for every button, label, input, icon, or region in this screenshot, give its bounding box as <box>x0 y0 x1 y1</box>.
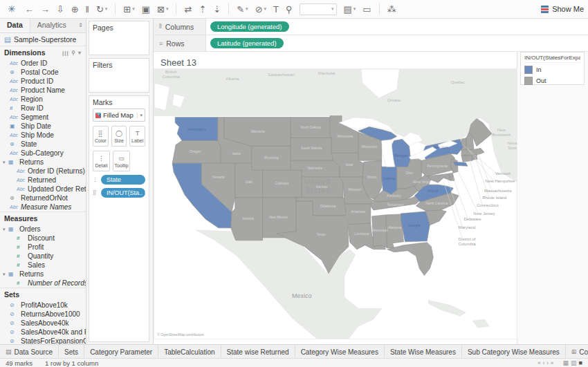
tab-label: Category Wise Measures <box>301 348 378 356</box>
mark-type-dropdown[interactable]: Filled Map ▾ <box>93 109 145 122</box>
clip-button[interactable]: ⊘▾ <box>255 3 266 15</box>
field-profit[interactable]: #Profit <box>0 243 86 252</box>
state-arkansas[interactable] <box>344 204 371 225</box>
view-icon[interactable]: ▦ <box>563 359 569 366</box>
field-sales[interactable]: #Sales <box>0 261 86 270</box>
sheet-tab-data-source[interactable]: ▤Data Source <box>0 345 59 359</box>
view-icon[interactable]: ▥ <box>571 359 577 366</box>
swap-axes-button[interactable]: ⇄ <box>184 3 192 15</box>
pin-button[interactable]: ⚲ <box>286 3 293 15</box>
field-postal-code[interactable]: ⊕Postal Code <box>0 68 86 77</box>
tab-analytics[interactable]: Analytics <box>30 19 73 32</box>
field-row-id[interactable]: #Row ID <box>0 104 86 113</box>
view-mode-icons[interactable]: ▦▥■ <box>561 359 582 366</box>
text-label-button[interactable]: T <box>273 3 279 15</box>
tableau-logo-icon[interactable]: ✳ <box>8 3 16 15</box>
field-salesabove40k-and-profit-[interactable]: ⊘SalesAbove40k and Profit... <box>0 328 86 337</box>
field-updated-order-returns[interactable]: AbcUpdated Order Returns <box>0 185 86 194</box>
state-connecticut[interactable] <box>461 155 472 162</box>
field-orders[interactable]: ▾▦Orders <box>0 225 86 234</box>
sheet-tab-state-wise-measures[interactable]: State Wise Measures <box>385 345 462 359</box>
size-button[interactable]: ◯Size <box>111 126 127 147</box>
field-number-of-records[interactable]: #Number of Records <box>0 279 86 288</box>
duplicate-sheet-button[interactable]: ▣ <box>142 3 150 15</box>
add-data-source-button[interactable]: ⊕ <box>71 3 79 15</box>
field-segment[interactable]: AbcSegment <box>0 113 86 122</box>
fit-dropdown[interactable]: ▾ <box>300 3 337 15</box>
new-worksheet-button[interactable]: ⊞▾ <box>123 3 134 15</box>
state-florida[interactable] <box>387 243 434 276</box>
legend-item-in[interactable]: In <box>524 66 580 74</box>
highlight-button[interactable]: ✎▾ <box>237 3 248 15</box>
redo-button[interactable]: → <box>41 3 50 15</box>
sort-descending-button[interactable]: ⇣ <box>213 3 221 15</box>
sheet-tab-state-wise-returned[interactable]: State wise Returned <box>221 345 295 359</box>
field-region[interactable]: AbcRegion <box>0 95 86 104</box>
field-sub-category[interactable]: AbcSub-Category <box>0 149 86 158</box>
pane-more-icon[interactable]: ⇕ <box>75 19 86 32</box>
color-legend[interactable]: IN/OUT(StatesForExpa... InOut <box>520 52 585 85</box>
expand-icon[interactable]: ▾ <box>3 272 8 277</box>
field-quantity[interactable]: #Quantity <box>0 252 86 261</box>
sort-ascending-button[interactable]: ⇡ <box>199 3 206 15</box>
pill-longitude[interactable]: Longitude (generated) <box>210 21 289 32</box>
sheet-tab-category-wise-measures[interactable]: Category Wise Measures <box>295 345 385 359</box>
field-state[interactable]: ⊕State <box>0 140 86 149</box>
label-button[interactable]: TLabel <box>129 126 145 147</box>
field-returnedornot[interactable]: ⊛ReturnedOrNot <box>0 194 86 203</box>
rows-shelf[interactable]: ≡Rows Latitude (generated) <box>154 35 588 52</box>
undo-button[interactable]: ← <box>25 3 34 15</box>
field-order-id-returns-[interactable]: AbcOrder ID (Returns) <box>0 167 86 176</box>
field-returns[interactable]: ▾▦Returns <box>0 158 86 167</box>
filters-shelf[interactable]: Filters <box>89 58 149 93</box>
field-ship-mode[interactable]: AbcShip Mode <box>0 131 86 140</box>
pause-updates-button[interactable]: ‖ <box>86 3 89 15</box>
columns-shelf[interactable]: ⫴Columns Longitude (generated) <box>154 19 588 35</box>
pane-header-icons[interactable]: ||| ⚲ ▾ <box>62 50 82 56</box>
presentation-mode-button[interactable]: ▭ <box>362 4 371 15</box>
field-measure-names[interactable]: AbcMeasure Names <box>0 203 86 211</box>
pages-shelf[interactable]: Pages <box>89 21 149 55</box>
sheet-tab-category-parameter[interactable]: Category Parameter <box>84 345 158 359</box>
field-product-id[interactable]: AbcProduct ID <box>0 77 86 86</box>
marks-pill[interactable]: State <box>101 175 145 185</box>
run-updates-button[interactable]: ↻▾ <box>96 3 107 15</box>
expand-icon[interactable]: ▾ <box>3 227 8 232</box>
field-returned[interactable]: AbcReturned <box>0 176 86 185</box>
detail-button[interactable]: ⋮Detail <box>93 151 110 171</box>
field-returns[interactable]: ▾▦Returns <box>0 270 86 279</box>
data-pane: Data Analytics ⇕ ▤ Sample-Superstore Dim… <box>0 19 86 344</box>
sheet-tab-sub-category-wise-measures[interactable]: Sub Category Wise Measures <box>462 345 566 359</box>
field-returnsabove1000[interactable]: ⊘ReturnsAbove1000 <box>0 310 86 319</box>
tooltip-button[interactable]: ▭Tooltip <box>113 151 130 171</box>
field-statesforexpansionconsi-[interactable]: ⊘StatesForExpansionConsi... <box>0 337 86 344</box>
field-discount[interactable]: #Discount <box>0 234 86 243</box>
clear-sheet-button[interactable]: ⊠▾ <box>157 3 168 15</box>
marks-pill[interactable]: IN/OUT(Sta.. ⊘ <box>101 188 145 198</box>
map-view[interactable]: UnitedStatesMexicoBritishColumbiaAlberta… <box>154 68 517 339</box>
field-salesabove40k[interactable]: ⊘SalesAbove40k <box>0 319 86 328</box>
share-button[interactable]: ⁂ <box>387 4 396 15</box>
pill-latitude[interactable]: Latitude (generated) <box>210 38 284 48</box>
save-button[interactable]: ⇩ <box>57 3 64 15</box>
field-ship-date[interactable]: ▣Ship Date <box>0 122 86 131</box>
sheet-tab-combined-measures[interactable]: ⊞Combined Measures <box>566 345 588 359</box>
tab-data[interactable]: Data <box>0 19 30 32</box>
sheet-tab-tablecalculation[interactable]: TableCalculation <box>158 345 221 359</box>
expand-icon[interactable]: ▾ <box>3 160 8 165</box>
show-mark-labels-button[interactable]: ▤▾ <box>344 4 356 15</box>
rows-icon: ≡ <box>159 40 163 47</box>
sheet-tab-sets[interactable]: Sets <box>59 345 84 359</box>
sheet-nav-icons[interactable]: « ‹ › » <box>538 359 554 366</box>
state-new-york-long-island[interactable] <box>453 162 468 166</box>
field-order-id[interactable]: AbcOrder ID <box>0 59 86 68</box>
data-source-connection[interactable]: ▤ Sample-Superstore <box>0 33 86 46</box>
show-me-button[interactable]: Show Me <box>541 5 584 13</box>
state-new-jersey[interactable] <box>450 158 458 173</box>
legend-item-out[interactable]: Out <box>524 77 580 85</box>
table-icon: ▦ <box>8 226 19 232</box>
color-button[interactable]: ⣿Color <box>93 126 109 147</box>
view-icon[interactable]: ■ <box>579 359 582 366</box>
field-profitabove10k[interactable]: ⊘ProfitAbove10k <box>0 301 86 310</box>
field-product-name[interactable]: AbcProduct Name <box>0 86 86 95</box>
